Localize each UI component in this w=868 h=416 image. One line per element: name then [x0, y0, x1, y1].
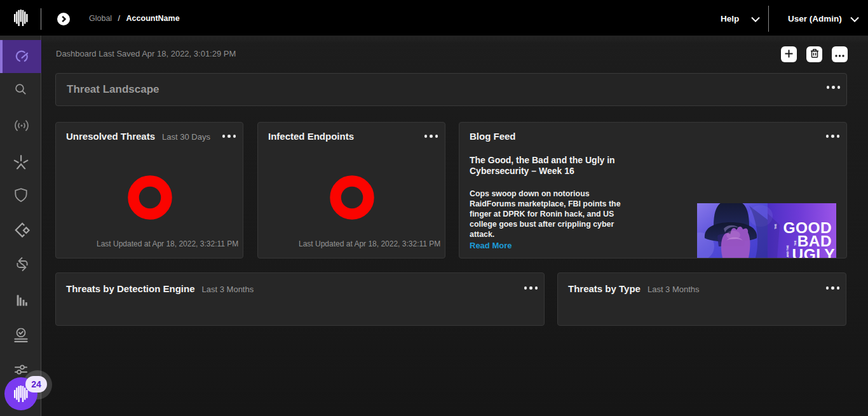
svg-text:AND THE: AND THE	[786, 245, 789, 257]
svg-text:THE: THE	[794, 240, 797, 246]
svg-text:UGLY: UGLY	[792, 246, 835, 258]
svg-text:THE: THE	[774, 224, 777, 229]
